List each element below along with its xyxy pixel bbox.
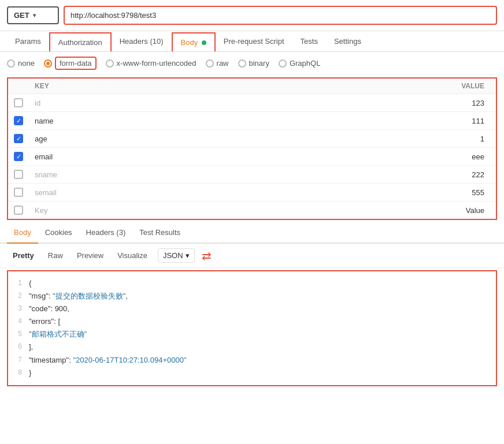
radio-form-data[interactable]: form-data (44, 57, 97, 70)
row-checkbox-cell[interactable] (8, 202, 29, 219)
line-number: 5 (8, 328, 29, 341)
radio-binary-circle (238, 59, 246, 68)
tab-body[interactable]: Body (172, 32, 216, 51)
line-content: ], (29, 341, 33, 353)
code-line: 4 "errors": [ (8, 315, 496, 328)
code-line: 8} (8, 367, 496, 379)
row-key: sname (29, 166, 243, 184)
kv-table-wrapper: KEY VALUE id 123 name 111 age 1 (7, 77, 497, 220)
kv-table: KEY VALUE id 123 name 111 age 1 (8, 79, 496, 219)
table-row: semail 555 (8, 184, 496, 202)
col-checkbox-header (8, 79, 29, 94)
radio-raw[interactable]: raw (206, 59, 229, 68)
response-tab-bar: Body Cookies Headers (3) Test Results (0, 222, 504, 244)
tab-pre-request[interactable]: Pre-request Script (216, 31, 292, 51)
row-value: 1 (243, 130, 496, 148)
row-checkbox[interactable] (14, 152, 23, 161)
row-key: email (29, 148, 243, 166)
form-data-label: form-data (55, 57, 97, 70)
row-checkbox[interactable] (14, 98, 23, 107)
format-selector[interactable]: JSON ▾ (158, 248, 195, 263)
radio-x-www-circle (106, 59, 114, 68)
tab-headers[interactable]: Headers (10) (112, 31, 172, 51)
resp-tab-headers[interactable]: Headers (3) (79, 222, 133, 242)
line-content: "msg": "提交的数据校验失败", (29, 290, 128, 303)
line-content: "邮箱格式不正确" (29, 328, 87, 341)
method-selector[interactable]: GET ▾ (7, 6, 59, 24)
resp-format-preview[interactable]: Preview (71, 248, 109, 263)
row-key: name (29, 112, 243, 130)
row-checkbox-cell[interactable] (8, 112, 29, 130)
response-code-block: 1{2 "msg": "提交的数据校验失败",3 "code": 900,4 "… (7, 270, 497, 386)
code-line: 7 "timestamp": "2020-06-17T10:27:10.094+… (8, 354, 496, 367)
url-input[interactable] (64, 6, 497, 25)
tab-authorization[interactable]: Authorization (49, 32, 112, 51)
code-line: 5 "邮箱格式不正确" (8, 328, 496, 341)
resp-format-pretty[interactable]: Pretty (7, 248, 40, 263)
line-content: } (29, 367, 31, 379)
row-checkbox[interactable] (14, 188, 23, 197)
code-line: 2 "msg": "提交的数据校验失败", (8, 290, 496, 303)
row-checkbox-cell[interactable] (8, 94, 29, 112)
row-value: 111 (243, 112, 496, 130)
code-line: 1{ (8, 277, 496, 290)
radio-raw-circle (206, 59, 214, 68)
resp-tab-cookies[interactable]: Cookies (38, 222, 79, 242)
line-content: "errors": [ (29, 315, 60, 328)
tab-settings[interactable]: Settings (326, 31, 369, 51)
line-content: "timestamp": "2020-06-17T10:27:10.094+00… (29, 354, 187, 367)
row-key: Key (29, 202, 243, 219)
row-checkbox[interactable] (14, 170, 23, 179)
resp-format-visualize[interactable]: Visualize (112, 248, 153, 263)
row-checkbox-cell[interactable] (8, 130, 29, 148)
body-dot (202, 40, 206, 45)
radio-graphql[interactable]: GraphQL (279, 59, 320, 68)
row-value: Value (243, 202, 496, 219)
row-value: 123 (243, 94, 496, 112)
table-row: name 111 (8, 112, 496, 130)
code-line: 3 "code": 900, (8, 303, 496, 315)
tab-tests[interactable]: Tests (292, 31, 326, 51)
row-key: semail (29, 184, 243, 202)
row-checkbox-cell[interactable] (8, 184, 29, 202)
row-value: 222 (243, 166, 496, 184)
line-number: 4 (8, 315, 29, 328)
radio-none-circle (7, 59, 15, 68)
line-number: 1 (8, 277, 29, 290)
wrap-button[interactable]: ⇄ (202, 249, 212, 263)
col-value-header: VALUE (243, 79, 496, 94)
row-key: id (29, 94, 243, 112)
col-key-header: KEY (29, 79, 243, 94)
radio-none[interactable]: none (7, 59, 35, 68)
row-value: eee (243, 148, 496, 166)
row-checkbox[interactable] (14, 206, 23, 215)
radio-form-data-circle (44, 59, 52, 68)
row-checkbox[interactable] (14, 134, 23, 143)
row-checkbox[interactable] (14, 116, 23, 125)
table-row: Key Value (8, 202, 496, 219)
line-number: 3 (8, 303, 29, 315)
row-checkbox-cell[interactable] (8, 166, 29, 184)
table-row: sname 222 (8, 166, 496, 184)
response-toolbar: Pretty Raw Preview Visualize JSON ▾ ⇄ (0, 244, 504, 268)
line-number: 7 (8, 354, 29, 367)
request-tab-bar: Params Authorization Headers (10) Body P… (0, 31, 504, 52)
tab-params[interactable]: Params (7, 31, 49, 51)
table-row: id 123 (8, 94, 496, 112)
radio-x-www[interactable]: x-www-form-urlencoded (106, 59, 197, 68)
code-line: 6 ], (8, 341, 496, 353)
resp-tab-test-results[interactable]: Test Results (132, 222, 187, 242)
line-number: 6 (8, 341, 29, 353)
resp-format-raw[interactable]: Raw (42, 248, 69, 263)
line-content: { (29, 277, 31, 290)
method-chevron: ▾ (33, 12, 36, 18)
url-bar: GET ▾ (0, 0, 504, 31)
method-value: GET (14, 11, 29, 20)
row-checkbox-cell[interactable] (8, 148, 29, 166)
table-row: email eee (8, 148, 496, 166)
format-chevron: ▾ (186, 251, 190, 260)
resp-tab-body[interactable]: Body (7, 222, 38, 244)
row-value: 555 (243, 184, 496, 202)
line-content: "code": 900, (29, 303, 69, 315)
radio-binary[interactable]: binary (238, 59, 269, 68)
